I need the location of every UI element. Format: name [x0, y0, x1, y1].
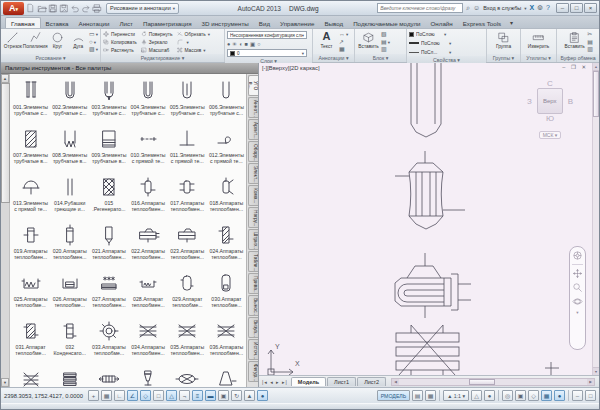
- stretch-button[interactable]: Растянуть: [103, 46, 137, 54]
- layer-on-icon[interactable]: ●: [227, 40, 230, 48]
- save-as-icon[interactable]: [59, 3, 69, 14]
- palette-item[interactable]: [11, 364, 50, 387]
- scroll-down-arrow[interactable]: ▼: [1, 378, 9, 387]
- palette-item[interactable]: [207, 364, 246, 387]
- palette-tab-7[interactable]: Нагру...: [248, 207, 258, 228]
- palette-scrollbar[interactable]: ▲ ▼: [1, 74, 10, 387]
- palette-tab-10[interactable]: Прива...: [248, 273, 258, 294]
- tab-Модель[interactable]: Модель: [291, 377, 326, 386]
- toggle-lwt[interactable]: ▬: [205, 390, 216, 401]
- palette-item-031[interactable]: 031.Аппараттеплообме...: [11, 316, 50, 364]
- layer-dropdown[interactable]: 0▾: [227, 49, 307, 57]
- toggle-transparency[interactable]: ▣: [218, 390, 229, 401]
- ribbon-tab-Онлайн[interactable]: Онлайн: [426, 18, 458, 28]
- layer-state-dropdown[interactable]: Несохраненная конфигурация сло...▾: [227, 31, 307, 39]
- palette-item-027[interactable]: 027.Аппаратытеплообмен...: [89, 268, 128, 316]
- open-file-icon[interactable]: [37, 3, 47, 14]
- user-icon[interactable]: ☺: [473, 3, 480, 13]
- palette-item-003[interactable]: 003.Элементытрубчатые с...: [89, 76, 128, 124]
- communication-icon[interactable]: ⊚: [537, 3, 543, 13]
- application-menu-button[interactable]: A▾: [3, 2, 24, 15]
- panel-clipboard-label[interactable]: Буфер обмена: [557, 54, 599, 62]
- close-button[interactable]: ×: [584, 3, 597, 13]
- viewport-hscrollbar[interactable]: ◀ ▶: [391, 378, 595, 386]
- exchange-icon[interactable]: X: [530, 3, 535, 13]
- leader-icon[interactable]: ↗: [339, 39, 348, 46]
- palette-item-015[interactable]: 015.Регенерато...: [89, 172, 128, 220]
- layer-tools-row[interactable]: ●☀◐■▣○: [227, 40, 310, 48]
- lineweight-dropdown[interactable]: ПоСлою▾: [409, 39, 484, 47]
- model-icon[interactable]: ▦: [425, 390, 436, 401]
- vscroll-down[interactable]: ▼: [593, 367, 599, 375]
- palette-item-035[interactable]: 035.Аппаратытеплообмен...: [168, 316, 207, 364]
- toggle-snap[interactable]: +: [88, 390, 99, 401]
- viewcube-south[interactable]: Ю: [521, 114, 579, 123]
- toggle-osnap[interactable]: ◇: [140, 390, 151, 401]
- figure-horizontal-u-tube-exchanger[interactable]: [395, 253, 471, 318]
- toggle-otrack[interactable]: △: [166, 390, 177, 401]
- palette-item-023[interactable]: 023.Аппаратытеплообмен...: [168, 220, 207, 268]
- palette-tab-8[interactable]: Штрих...: [248, 229, 258, 250]
- figure-vertical-shell-and-tube-exchanger[interactable]: [395, 151, 465, 229]
- hscroll-right[interactable]: ▶: [587, 379, 594, 385]
- panel-annotation-label[interactable]: Аннотации ▾: [313, 54, 354, 62]
- palette-item-011[interactable]: 011.Элементыс прямой те...: [168, 124, 207, 172]
- palette-item-005[interactable]: 005.Элементытрубчатые с...: [168, 76, 207, 124]
- tool-palette-title[interactable]: Палитры инструментов - Все палитры: [1, 63, 258, 74]
- toggle-quick-properties[interactable]: ↻: [231, 390, 242, 401]
- viewcube-north[interactable]: С: [521, 79, 579, 88]
- copy-button[interactable]: Копировать: [103, 38, 137, 46]
- layer-sun-icon[interactable]: ☀: [232, 40, 237, 48]
- palette-tab-13[interactable]: Источ...: [248, 339, 258, 360]
- palette-item-008[interactable]: 008.Элементытрубчатые в...: [50, 124, 89, 172]
- palette-item-016[interactable]: 016.Аппаратытеплообмен...: [129, 172, 168, 220]
- toggle-annotation-monitor[interactable]: ●: [257, 390, 268, 401]
- pan-icon[interactable]: [572, 268, 583, 279]
- measure-button[interactable]: Измерить: [527, 30, 550, 54]
- maximize-button[interactable]: □: [570, 3, 583, 13]
- lock-icon[interactable]: ▣: [515, 390, 526, 401]
- signin-link[interactable]: Вход в службы: [483, 5, 521, 11]
- layer-half-icon[interactable]: ◐: [239, 40, 242, 48]
- toggle-ortho[interactable]: ∟: [114, 390, 125, 401]
- insert-block-button[interactable]: Вставить: [357, 30, 380, 54]
- zoom-status-icon[interactable]: ◇: [528, 390, 539, 401]
- hscroll-thumb[interactable]: [469, 379, 495, 385]
- figure-tube-element[interactable]: [411, 63, 441, 137]
- hscroll-left[interactable]: ◀: [392, 379, 399, 385]
- viewport-controls-label[interactable]: [-][Вверху][2D каркас]: [262, 65, 320, 71]
- palette-item-013[interactable]: 013.Элементыс прямой те...: [11, 172, 50, 220]
- status-menu-icon[interactable]: –: [572, 390, 583, 401]
- drawing-viewport[interactable]: [-][Вверху][2D каркас] – ❐ ✕: [259, 63, 599, 387]
- zoom-icon[interactable]: [572, 282, 583, 293]
- linetype-dropdown[interactable]: ПоСл...▾: [409, 48, 484, 56]
- vscroll-thumb[interactable]: [593, 71, 599, 117]
- binoculars-icon[interactable]: ⌕: [466, 3, 470, 13]
- palette-item-025[interactable]: 025.Аппаратытеплообме...: [11, 268, 50, 316]
- panel-utilities-label[interactable]: Утилиты ▾: [521, 54, 556, 62]
- tab-Лист1[interactable]: Лист1: [327, 377, 356, 386]
- orbit-icon[interactable]: [572, 296, 583, 307]
- viewcube-top-face[interactable]: Верх: [537, 88, 563, 114]
- navigation-bar[interactable]: ▾: [569, 246, 586, 350]
- search-input[interactable]: [377, 3, 463, 13]
- ribbon-tab-Вид[interactable]: Вид: [254, 18, 275, 28]
- toggle-polar[interactable]: ∠: [127, 390, 138, 401]
- model-space-button[interactable]: РМОДЕЛЬ: [377, 390, 410, 401]
- palette-tab-9[interactable]: Табли...: [248, 251, 258, 272]
- palette-item-020[interactable]: 020.Аппаратытеплообмен...: [50, 220, 89, 268]
- circle-button[interactable]: Круг: [48, 30, 68, 54]
- palette-item-022[interactable]: 022.Аппаратытеплообмен...: [129, 220, 168, 268]
- viewcube-east[interactable]: В: [568, 97, 573, 106]
- viewcube[interactable]: С З Верх В Ю МСК ▾: [521, 79, 579, 141]
- palette-item-017[interactable]: 017.Аппаратытеплообмен...: [168, 172, 207, 220]
- rotate-button[interactable]: Повернуть: [141, 30, 173, 38]
- palette-item-032[interactable]: 032Конденсато...: [50, 316, 89, 364]
- palette-item-026[interactable]: 026.Аппаратытеплообме...: [50, 268, 89, 316]
- toggle-grid[interactable]: ▦: [101, 390, 112, 401]
- viewport-vscrollbar[interactable]: ▲ ▼: [592, 63, 599, 375]
- palette-item-014[interactable]: 014.Рубашкигреющие и...: [50, 172, 89, 220]
- palette-item-012[interactable]: 012.Элементыс прямой те...: [207, 124, 246, 172]
- palette-tab-12[interactable]: Визуа...: [248, 317, 258, 338]
- palette-item-018[interactable]: 018.Аппаратытеплообмен...: [207, 172, 246, 220]
